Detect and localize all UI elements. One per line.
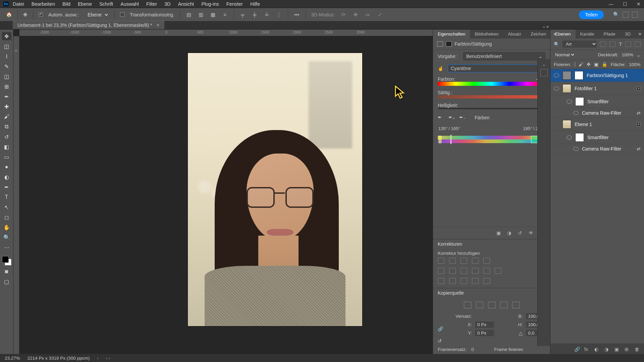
more-icon[interactable]: ••• (293, 12, 300, 18)
layer-name[interactable]: Ebene 1 (575, 122, 633, 127)
document-info[interactable]: 2214 Px x 3319 Px (300 ppcm) (28, 356, 90, 361)
color-range-strip[interactable] (438, 136, 545, 143)
align-right-icon[interactable]: ▦ (210, 12, 216, 18)
gradientmap-icon[interactable] (472, 278, 479, 284)
lock-paint-icon[interactable]: 🖌 (579, 62, 583, 67)
transform-checkbox[interactable] (120, 12, 124, 17)
arrange-icon[interactable] (632, 12, 638, 18)
minimize-icon[interactable]: ― (609, 1, 613, 7)
quickmask-icon[interactable]: ◙ (2, 267, 11, 276)
hue-slider[interactable] (438, 82, 545, 86)
lock-transparency-icon[interactable] (575, 62, 575, 67)
menu-hilfe[interactable]: Hilfe (250, 1, 260, 7)
lightness-slider[interactable] (438, 108, 545, 109)
layer-row[interactable]: Camera Raw-Filter ⇄ (550, 108, 644, 118)
gradient-tool[interactable]: ▭ (2, 153, 11, 161)
add-mask-icon[interactable]: ◐ (594, 347, 600, 351)
menu-auswahl[interactable]: Auswahl (120, 1, 139, 7)
layer-name[interactable]: Camera Raw-Filter (582, 110, 633, 116)
mask-thumb[interactable] (575, 71, 583, 80)
menu-bild[interactable]: Bild (62, 1, 70, 7)
filter-mask-thumb[interactable] (575, 133, 584, 142)
tab-bibliotheken[interactable]: Bibliotheken (470, 29, 503, 39)
layer-row[interactable]: Farbton/Sättigung 1 (550, 69, 644, 82)
menu-plugins[interactable]: Plug-ins (201, 1, 219, 7)
channelmixer-icon[interactable] (483, 268, 490, 274)
layer-row[interactable]: Ebene 1 ▾ (550, 118, 644, 131)
eyedropper-icon[interactable]: ✒ (438, 115, 444, 121)
auto-select-dropdown[interactable]: Ebene (84, 11, 109, 19)
document-tab-close-icon[interactable]: ✕ (156, 23, 160, 27)
blend-mode-dropdown[interactable]: Normal (554, 52, 575, 58)
menu-filter[interactable]: Filter (146, 1, 157, 7)
huesat-icon[interactable] (438, 268, 444, 274)
reset-angle-icon[interactable]: ↺ (438, 338, 443, 344)
layer-row[interactable]: Camera Raw-Filter ⇄ (550, 144, 644, 154)
zoom-level[interactable]: 23,27% (5, 356, 20, 361)
visibility-toggle[interactable] (554, 86, 559, 90)
auto-select-checkbox[interactable] (39, 12, 43, 17)
align-center-v-icon[interactable]: ╪ (252, 12, 258, 18)
filter-fx-icon[interactable]: ▾ (637, 122, 641, 126)
previous-state-icon[interactable]: ◑ (507, 230, 513, 236)
marquee-tool[interactable]: ◫ (2, 42, 11, 50)
clone-source-1[interactable] (464, 302, 471, 308)
exposure-icon[interactable] (472, 258, 479, 264)
clone-source-3[interactable] (488, 302, 495, 308)
align-bottom-icon[interactable]: ╧ (264, 12, 270, 18)
color-swatches[interactable] (2, 256, 11, 265)
distribute-v-icon[interactable]: ⋮ (276, 12, 282, 18)
delete-layer-icon[interactable]: 🗑 (635, 347, 640, 351)
reset-icon[interactable]: ↺ (518, 230, 524, 236)
heal-tool[interactable]: ✚ (2, 103, 11, 111)
visibility-toggle[interactable] (573, 147, 579, 151)
visibility-toggle[interactable] (567, 100, 572, 104)
maximize-icon[interactable]: ☐ (623, 1, 627, 7)
saturation-slider[interactable] (438, 95, 545, 99)
fill-value[interactable]: 100% (629, 62, 641, 67)
new-group-icon[interactable]: ▣ (614, 347, 620, 351)
foreground-color-swatch[interactable] (2, 256, 9, 263)
tab-absatz[interactable]: Absatz (503, 29, 526, 39)
clip-icon[interactable]: ▣ (496, 230, 502, 236)
collapse-arrows-icon[interactable]: « (543, 63, 545, 67)
menu-fenster[interactable]: Fenster (226, 1, 243, 7)
pen-tool[interactable]: ✒ (2, 183, 11, 191)
levels-icon[interactable] (449, 258, 456, 264)
selectivecolor-icon[interactable] (483, 278, 490, 284)
filter-adjust-icon[interactable] (609, 42, 615, 47)
hand-tool[interactable]: ✋ (2, 223, 11, 231)
collapsed-panel-icon[interactable] (540, 69, 548, 76)
collapse-arrows-icon[interactable]: « ✕ (543, 25, 549, 29)
screenmode-icon[interactable]: ▢ (2, 278, 11, 286)
visibility-icon[interactable]: 👁 (529, 230, 535, 236)
lasso-tool[interactable]: ⌇ (2, 52, 11, 60)
visibility-toggle[interactable] (554, 73, 559, 77)
tab-3d[interactable]: 3D (620, 29, 635, 39)
posterize-icon[interactable] (449, 278, 456, 284)
bw-icon[interactable] (461, 268, 467, 274)
vibrance-icon[interactable] (483, 258, 490, 264)
filter-mask-thumb[interactable] (575, 97, 584, 106)
workspace-icon[interactable] (623, 12, 629, 18)
new-layer-icon[interactable]: ⊞ (625, 347, 630, 351)
document-tab[interactable]: Unbenannt-1 bei 23,3% (Farbton/Sättigung… (13, 21, 164, 29)
docinfo-caret-icon[interactable]: › (97, 356, 99, 361)
opacity-value[interactable]: 100% (622, 52, 633, 57)
frame-tool[interactable]: ⊞ (2, 82, 11, 90)
filter-smart-icon[interactable] (635, 42, 641, 47)
blur-tool[interactable]: ● (2, 163, 11, 171)
home-icon[interactable]: 🏠 (6, 12, 12, 17)
finger-icon[interactable]: ☝ (438, 66, 444, 71)
layer-name[interactable]: Camera Raw-Filter (582, 146, 633, 152)
tab-zeichen[interactable]: Zeichen (526, 29, 551, 39)
filter-fx-icon[interactable]: ▾ (637, 86, 641, 90)
panel-menu-icon[interactable]: ≡ (636, 29, 644, 39)
share-button[interactable]: Teilen (579, 10, 604, 19)
filter-shape-icon[interactable] (625, 42, 631, 47)
y-input[interactable]: 0 Px (475, 330, 494, 336)
type-tool[interactable]: T (2, 193, 11, 201)
visibility-toggle[interactable] (567, 135, 572, 139)
menu-ansicht[interactable]: Ansicht (178, 1, 194, 7)
filter-pixel-icon[interactable] (600, 42, 606, 47)
